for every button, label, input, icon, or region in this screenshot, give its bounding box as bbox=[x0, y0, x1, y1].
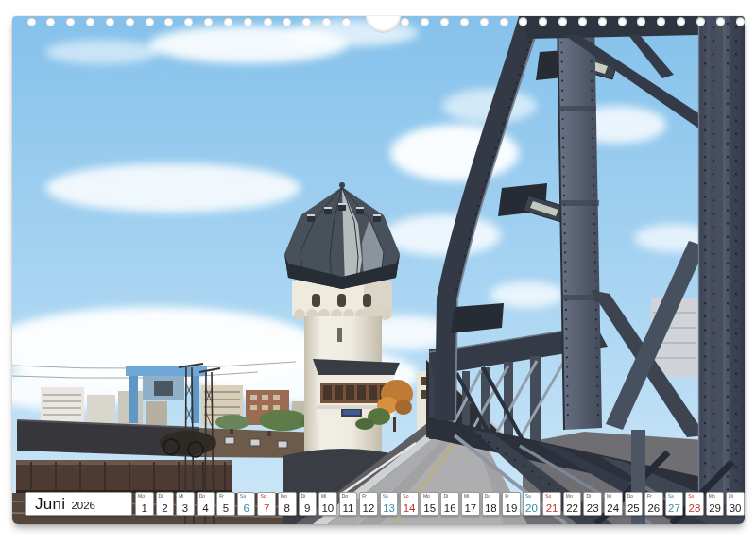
punched-hole-icon bbox=[184, 17, 193, 26]
day-cell: Mi17 bbox=[461, 492, 480, 516]
punched-hole-icon bbox=[224, 17, 232, 26]
day-number: 4 bbox=[198, 502, 215, 514]
punched-hole-icon bbox=[618, 17, 627, 26]
day-number: 28 bbox=[686, 502, 703, 514]
day-cell: Do11 bbox=[339, 492, 358, 516]
day-number: 23 bbox=[584, 502, 601, 514]
punched-hole-icon bbox=[480, 17, 489, 26]
day-number: 5 bbox=[217, 502, 234, 514]
punched-hole-icon bbox=[440, 17, 449, 26]
punched-hole-icon bbox=[401, 17, 409, 26]
punched-hole-icon bbox=[677, 17, 685, 26]
punched-hole-icon bbox=[302, 17, 311, 26]
day-cell: Sa20 bbox=[523, 492, 541, 516]
weekday-abbrev: Di bbox=[301, 493, 306, 499]
weekday-abbrev: So bbox=[545, 493, 551, 499]
weekday-abbrev: So bbox=[403, 493, 408, 499]
weekday-abbrev: Mi bbox=[321, 493, 326, 499]
day-cell: Di9 bbox=[299, 492, 318, 516]
day-number: 19 bbox=[503, 502, 520, 514]
day-cell: Di16 bbox=[440, 492, 459, 516]
month-label: Juni bbox=[35, 493, 65, 515]
day-number: 13 bbox=[381, 502, 398, 514]
day-number: 1 bbox=[136, 502, 153, 514]
day-cell: So7 bbox=[257, 492, 276, 516]
month-label-box: Juni 2026 bbox=[25, 492, 132, 516]
punched-hole-icon bbox=[264, 17, 272, 26]
punched-hole-icon bbox=[146, 17, 154, 26]
weekday-abbrev: Di bbox=[159, 493, 163, 499]
punched-hole-icon bbox=[164, 17, 173, 26]
day-number: 10 bbox=[319, 502, 336, 514]
weekday-abbrev: Mo bbox=[566, 493, 573, 499]
calendar-page: Juni 2026 Mo1Di2Mi3Do4Fr5Sa6So7Mo8Di9Mi1… bbox=[0, 0, 756, 545]
weekday-abbrev: Sa bbox=[525, 493, 531, 499]
day-cell: Di30 bbox=[726, 492, 745, 516]
punched-hole-icon bbox=[500, 17, 508, 26]
day-number: 27 bbox=[666, 502, 683, 514]
weekday-abbrev: So bbox=[260, 493, 266, 499]
day-number: 22 bbox=[564, 502, 581, 514]
punched-hole-icon bbox=[637, 17, 645, 26]
day-number: 15 bbox=[421, 502, 438, 514]
punched-hole-icon bbox=[126, 17, 134, 26]
day-cell: Mo1 bbox=[135, 492, 154, 516]
punched-hole-icon bbox=[736, 17, 745, 26]
day-cell: Sa13 bbox=[380, 492, 399, 516]
day-cell: Do18 bbox=[482, 492, 501, 516]
day-cell: Fr26 bbox=[644, 492, 663, 516]
day-cell: Di23 bbox=[583, 492, 602, 516]
weekday-abbrev: Di bbox=[443, 493, 448, 499]
weekday-abbrev: Di bbox=[586, 493, 591, 499]
punched-hole-icon bbox=[519, 17, 527, 26]
day-number: 29 bbox=[707, 502, 724, 514]
weekday-abbrev: Do bbox=[485, 493, 490, 499]
day-cell: So14 bbox=[400, 492, 419, 516]
punched-hole-icon bbox=[322, 17, 331, 26]
day-number: 20 bbox=[524, 502, 541, 514]
weekday-abbrev: Mi bbox=[607, 493, 611, 499]
day-cell: Do25 bbox=[625, 492, 644, 516]
day-number: 8 bbox=[279, 502, 296, 514]
weekday-abbrev: Do bbox=[199, 493, 205, 499]
weekday-abbrev: Mi bbox=[179, 493, 183, 499]
day-number: 30 bbox=[727, 502, 744, 514]
punched-hole-icon bbox=[244, 17, 252, 26]
weekday-abbrev: Sa bbox=[240, 493, 246, 499]
day-number: 11 bbox=[340, 502, 357, 514]
weekday-abbrev: Mo bbox=[281, 493, 287, 499]
weekday-abbrev: So bbox=[688, 493, 694, 499]
punched-hole-icon bbox=[106, 17, 114, 26]
day-cell: Fr5 bbox=[216, 492, 235, 516]
day-cell: Mo15 bbox=[421, 492, 439, 516]
day-cell: Sa27 bbox=[665, 492, 684, 516]
weekday-abbrev: Fr bbox=[647, 493, 652, 499]
day-cell: Mo22 bbox=[563, 492, 582, 516]
day-cell: Mi10 bbox=[318, 492, 337, 516]
day-number: 21 bbox=[543, 502, 560, 514]
weekday-abbrev: Mo bbox=[138, 493, 145, 499]
punched-hole-icon bbox=[657, 17, 665, 26]
day-cell: Mo29 bbox=[706, 492, 725, 516]
day-number: 16 bbox=[441, 502, 458, 514]
day-number: 7 bbox=[258, 502, 275, 514]
photo-water-tower-bridge bbox=[12, 16, 745, 524]
day-number: 9 bbox=[300, 502, 317, 514]
day-cell: Fr12 bbox=[359, 492, 378, 516]
day-number: 12 bbox=[360, 502, 377, 514]
punched-hole-icon bbox=[460, 17, 469, 26]
day-number: 26 bbox=[645, 502, 662, 514]
weekday-abbrev: Di bbox=[729, 493, 733, 499]
day-cell: Do4 bbox=[197, 492, 215, 516]
day-number: 24 bbox=[605, 502, 622, 514]
weekday-abbrev: Fr bbox=[219, 493, 224, 499]
punched-hole-icon bbox=[204, 17, 213, 26]
day-cells: Mo1Di2Mi3Do4Fr5Sa6So7Mo8Di9Mi10Do11Fr12S… bbox=[135, 492, 745, 516]
weekday-abbrev: Fr bbox=[362, 493, 367, 499]
weekday-abbrev: Fr bbox=[505, 493, 509, 499]
day-cell: So21 bbox=[542, 492, 561, 516]
weekday-abbrev: Mi bbox=[464, 493, 469, 499]
punched-hole-icon bbox=[46, 17, 55, 26]
calendar-strip: Juni 2026 Mo1Di2Mi3Do4Fr5Sa6So7Mo8Di9Mi1… bbox=[12, 492, 745, 517]
day-cell: Sa6 bbox=[237, 492, 256, 516]
